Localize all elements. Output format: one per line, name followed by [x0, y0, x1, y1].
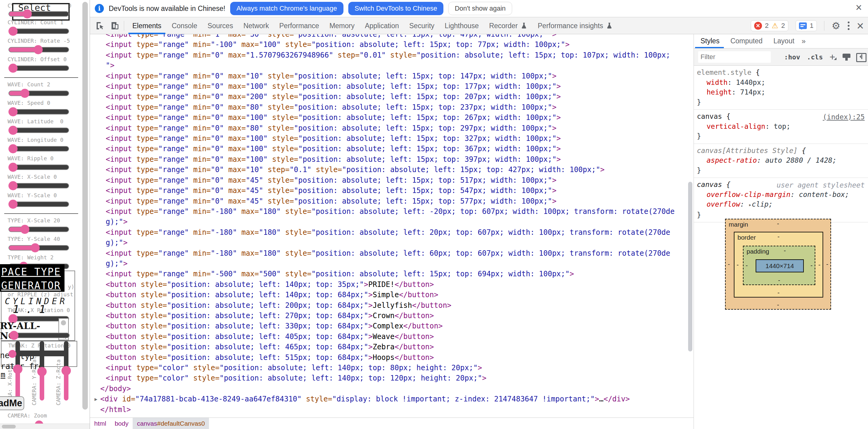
- dom-node[interactable]: <button style="position: absolute; left:…: [100, 342, 675, 352]
- dom-node[interactable]: <input type="range" min="0" max="80" sty…: [100, 102, 675, 113]
- tweak-slider[interactable]: [9, 333, 70, 338]
- slider-thumb[interactable]: [8, 126, 18, 135]
- dom-node[interactable]: <button style="position: absolute; left:…: [100, 289, 675, 300]
- slider-thumb[interactable]: [8, 163, 18, 172]
- tab-elements[interactable]: Elements: [127, 17, 166, 34]
- slider-track[interactable]: [8, 183, 69, 188]
- styles-tab-layout[interactable]: Layout: [768, 34, 800, 48]
- tab-memory[interactable]: Memory: [324, 17, 360, 34]
- css-property[interactable]: vertical-align: top;: [697, 122, 865, 131]
- slider-track[interactable]: [8, 226, 69, 232]
- slider-thumb[interactable]: [8, 64, 18, 73]
- slider-track[interactable]: [8, 109, 69, 115]
- rule-selector[interactable]: canvas: [697, 181, 722, 188]
- dom-node[interactable]: <button style="position: absolute; left:…: [100, 300, 675, 310]
- dom-node[interactable]: <input type="color" style="position: abs…: [100, 373, 675, 383]
- dom-node[interactable]: </body>: [100, 384, 675, 394]
- padding-left-value[interactable]: -: [746, 262, 748, 269]
- more-tabs-icon[interactable]: »: [800, 37, 807, 45]
- more-options-icon[interactable]: [848, 22, 849, 30]
- dom-node[interactable]: <button style="position: absolute; left:…: [100, 279, 675, 289]
- rule-selector[interactable]: canvas[Attributes Style]: [697, 147, 798, 154]
- rule-selector[interactable]: canvas: [697, 113, 722, 120]
- camera-slider-thumb[interactable]: [61, 366, 71, 375]
- tab-performance-insights[interactable]: Performance insights: [533, 17, 618, 34]
- slider-track[interactable]: [8, 47, 69, 53]
- dom-node[interactable]: <input type="range" min="1" max="30" sty…: [100, 34, 675, 39]
- slider-track[interactable]: [8, 164, 69, 170]
- banner-close-icon[interactable]: ×: [853, 1, 864, 14]
- dom-node[interactable]: <input type="range" min="-500" max="500"…: [100, 269, 675, 279]
- dom-node[interactable]: <input type="range" min="0" max="100" st…: [100, 133, 675, 144]
- dom-node[interactable]: <input type="range" min="0" max="100" st…: [100, 154, 675, 164]
- slider-track[interactable]: [8, 146, 69, 152]
- tab-console[interactable]: Console: [166, 17, 202, 34]
- dom-node[interactable]: <button style="position: absolute; left:…: [100, 321, 675, 331]
- tab-lighthouse[interactable]: Lighthouse: [439, 17, 484, 34]
- page-vertical-scrollbar[interactable]: [82, 2, 88, 409]
- tab-performance[interactable]: Performance: [274, 17, 324, 34]
- dom-node[interactable]: </html>: [100, 404, 675, 415]
- dom-node[interactable]: <input type="range" min="-180" max="180"…: [100, 206, 675, 227]
- inspect-element-icon[interactable]: [95, 21, 105, 31]
- tab-application[interactable]: Application: [360, 17, 404, 34]
- dont-show-again-button[interactable]: Don't show again: [448, 2, 512, 15]
- box-model-content[interactable]: 1440×714: [756, 259, 804, 272]
- css-property[interactable]: height: 714px;: [697, 87, 865, 97]
- dom-node[interactable]: <input type="range" min="0" max="100" st…: [100, 144, 675, 154]
- tab-sources[interactable]: Sources: [202, 17, 238, 34]
- breadcrumb-item[interactable]: html: [90, 418, 111, 429]
- slider-track[interactable]: [8, 202, 69, 207]
- mini-knob[interactable]: [61, 320, 66, 326]
- rendering-brush-icon[interactable]: [842, 53, 850, 61]
- slider-thumb[interactable]: [20, 89, 29, 98]
- dom-node[interactable]: <input type="range" min="-180" max="180"…: [100, 227, 675, 248]
- margin-right-value[interactable]: -: [826, 261, 828, 268]
- slider-thumb[interactable]: [8, 200, 18, 209]
- rule-selector[interactable]: element.style: [697, 68, 751, 76]
- dom-node[interactable]: <button style="position: absolute; left:…: [100, 353, 675, 363]
- dom-node[interactable]: <input type="range" min="-100" max="100"…: [100, 39, 675, 50]
- readme-button[interactable]: adMe: [0, 396, 24, 410]
- style-rule[interactable]: canvas {(index):25vertical-align: top;}: [694, 110, 868, 144]
- dom-node[interactable]: <input type="range" min="0" max="45" sty…: [100, 175, 675, 185]
- border-left-value[interactable]: -: [737, 261, 739, 269]
- dom-node[interactable]: ▶<div id="74a17881-bcab-413e-8249-aa647e…: [100, 394, 675, 404]
- box-model-border[interactable]: border - - - - padding - - - - 1440×714: [734, 232, 823, 298]
- style-rule[interactable]: canvas {user agent stylesheetoverflow-cl…: [694, 178, 868, 222]
- border-top-value[interactable]: -: [777, 233, 780, 240]
- device-toolbar-icon[interactable]: [110, 21, 120, 31]
- dom-node[interactable]: <input type="color" style="position: abs…: [100, 363, 675, 373]
- css-property[interactable]: width: 1440px;: [697, 78, 865, 88]
- styles-tab-computed[interactable]: Computed: [725, 34, 768, 48]
- page-horizontal-scrollbar[interactable]: [0, 424, 90, 429]
- styles-filter-input[interactable]: [698, 51, 771, 63]
- switch-to-chinese-button[interactable]: Switch DevTools to Chinese: [348, 2, 444, 15]
- tab-security[interactable]: Security: [404, 17, 439, 34]
- slider-track[interactable]: [8, 29, 69, 34]
- tab-network[interactable]: Network: [238, 17, 274, 34]
- toggle-class-button[interactable]: .cls: [807, 53, 823, 61]
- padding-bottom-value[interactable]: -: [778, 277, 780, 284]
- slider-track[interactable]: [8, 91, 69, 96]
- dom-node[interactable]: <button style="position: absolute; left:…: [100, 310, 675, 321]
- breadcrumb-item[interactable]: body: [111, 418, 133, 429]
- box-model-margin[interactable]: margin - - - - border - - - - padding - …: [725, 219, 831, 310]
- slider-thumb[interactable]: [8, 181, 18, 190]
- box-model-padding[interactable]: padding - - - - 1440×714: [743, 246, 815, 285]
- tab-recorder[interactable]: Recorder: [484, 17, 533, 34]
- margin-bottom-value[interactable]: -: [777, 301, 779, 308]
- text-fragment-m-link[interactable]: m: [1, 370, 5, 379]
- slider-thumb[interactable]: [8, 144, 18, 153]
- dom-node[interactable]: <input type="range" min="0" max="80" sty…: [100, 123, 675, 133]
- dom-node[interactable]: <input type="range" min="0" max="200" st…: [100, 92, 675, 102]
- rule-source-link[interactable]: (index):25: [823, 112, 865, 122]
- slider-thumb[interactable]: [23, 9, 32, 19]
- slider-track[interactable]: [8, 11, 69, 17]
- dock-sidebar-icon[interactable]: [856, 53, 864, 61]
- page-horizontal-scrollbar-thumb[interactable]: [2, 425, 16, 428]
- camera-slider-thumb[interactable]: [13, 365, 23, 374]
- margin-left-value[interactable]: -: [728, 261, 730, 268]
- settings-gear-icon[interactable]: ⚙: [832, 20, 840, 31]
- dom-node[interactable]: <input type="range" min="0" max="100" st…: [100, 113, 675, 123]
